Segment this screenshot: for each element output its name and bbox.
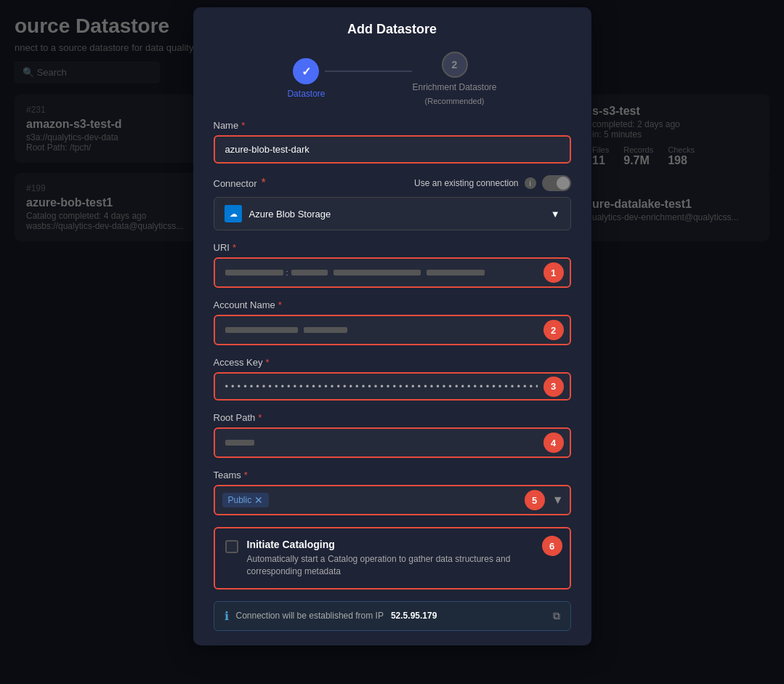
info-banner-icon: ℹ [225,609,229,623]
step-2: 2 Enrichment Datastore (Recommended) [412,52,496,105]
account-name-input-wrapper: 2 [214,315,571,345]
name-field-group: Name * [214,120,571,164]
root-path-input[interactable] [214,427,571,458]
teams-chevron-icon[interactable]: ▼ [552,494,564,507]
info-banner: ℹ Connection will be established from IP… [214,601,571,631]
uri-badge-circle: 1 [543,262,564,283]
catalog-badge-circle: 6 [542,536,562,556]
access-key-input-wrapper: 3 [214,372,571,401]
root-path-badge: 4 [543,432,564,453]
step-2-circle: 2 [442,52,468,78]
uri-label: URI * [214,242,571,253]
info-banner-text: Connection will be established from IP [236,611,384,621]
uri-blur-4 [427,270,485,275]
root-path-label-text: Root Path [214,412,256,423]
account-name-field-group: Account Name * 2 [214,299,571,345]
uri-input[interactable]: : [214,257,571,288]
step-1-circle: ✓ [293,58,319,84]
catalog-description: Automatically start a Catalog operation … [247,553,559,578]
catalog-title: Initiate Cataloging [247,539,559,550]
uri-input-wrapper: : 1 [214,257,571,288]
uri-blur-1 [225,270,283,275]
catalog-text: Initiate Cataloging Automatically start … [247,539,559,578]
step-1-label: Datastore [287,89,325,99]
connector-value-label: Azure Blob Storage [249,209,331,220]
root-path-required: * [258,412,262,423]
uri-required: * [233,242,236,253]
existing-connection-switch[interactable] [542,175,571,191]
step-1: ✓ Datastore [287,58,325,99]
access-key-badge-circle: 3 [543,377,564,397]
access-key-badge: 3 [543,377,564,397]
root-path-input-wrapper: 4 [214,427,571,458]
step-2-sublabel: (Recommended) [425,97,485,105]
teams-required: * [244,470,248,480]
stepper: ✓ Datastore 2 Enrichment Datastore (Reco… [193,44,591,120]
modal-backdrop: Add Datastore ✓ Datastore 2 Enrichment D… [0,0,784,684]
connector-select-left: ☁ Azure Blob Storage [225,205,331,222]
account-name-badge-circle: 2 [543,320,564,340]
connector-row: Connector * Use an existing connection i [214,175,571,191]
modal-title: Add Datastore [193,7,591,44]
uri-separator: : [286,268,288,277]
remove-tag-icon[interactable]: ✕ [254,495,263,505]
teams-badge-circle: 5 [525,490,545,510]
connector-label-group: Connector * [214,177,266,190]
add-datastore-modal: Add Datastore ✓ Datastore 2 Enrichment D… [193,7,591,645]
root-path-label: Root Path * [214,412,571,423]
teams-field-group: Teams * Public ✕ 5 ✕ ▼ [214,470,571,515]
access-key-label-text: Access Key [214,357,263,368]
connector-select[interactable]: ☁ Azure Blob Storage ▼ [214,197,571,230]
uri-blur-3 [334,270,421,275]
access-key-required: * [265,357,269,368]
checkmark-icon: ✓ [302,65,311,79]
info-icon[interactable]: i [525,177,536,189]
uri-blur-2 [291,270,328,275]
access-key-input[interactable] [214,372,571,401]
teams-input[interactable]: Public ✕ 5 ✕ ▼ [214,485,571,515]
chevron-down-icon: ▼ [551,209,560,220]
uri-label-text: URI [214,242,230,253]
name-input[interactable] [214,135,571,164]
account-name-label: Account Name * [214,299,571,310]
name-required: * [241,120,245,131]
uri-badge: 1 [543,262,564,283]
account-name-badge: 2 [543,320,564,340]
account-blur-2 [304,327,347,333]
teams-tag-label: Public [228,495,252,505]
existing-connection-label: Use an existing connection [414,178,518,188]
step-connector [325,71,412,72]
teams-input-wrapper: Public ✕ 5 ✕ ▼ [214,485,571,515]
root-path-field-group: Root Path * 4 [214,412,571,458]
teams-label: Teams * [214,470,571,480]
step-2-label: Enrichment Datastore [412,82,496,92]
teams-label-text: Teams [214,470,241,480]
uri-field-group: URI * : 1 [214,242,571,288]
account-blur-1 [225,327,298,333]
form-body: Name * Connector * Use an existing conne… [193,120,591,631]
step-2-number: 2 [452,59,458,71]
copy-icon[interactable]: ⧉ [553,610,560,622]
root-path-blur [225,440,254,446]
existing-connection-toggle[interactable]: Use an existing connection i [414,175,570,191]
access-key-label: Access Key * [214,357,571,368]
root-path-badge-circle: 4 [543,432,564,453]
connector-required: * [261,177,265,190]
catalog-badge-wrapper: 6 [542,536,562,556]
svg-text:☁: ☁ [229,209,237,218]
azure-blob-icon: ☁ [225,205,242,222]
teams-tag-public: Public ✕ [222,493,270,507]
account-name-required: * [278,299,282,310]
account-name-label-text: Account Name [214,299,275,310]
info-banner-ip: 52.5.95.179 [391,611,437,621]
name-label: Name * [214,120,571,131]
name-label-text: Name [214,120,239,131]
access-key-field-group: Access Key * 3 [214,357,571,401]
connector-label: Connector [214,178,257,189]
initiate-cataloging-section: Initiate Cataloging Automatically start … [214,527,571,590]
account-name-input[interactable] [214,315,571,345]
catalog-checkbox[interactable] [225,540,238,553]
